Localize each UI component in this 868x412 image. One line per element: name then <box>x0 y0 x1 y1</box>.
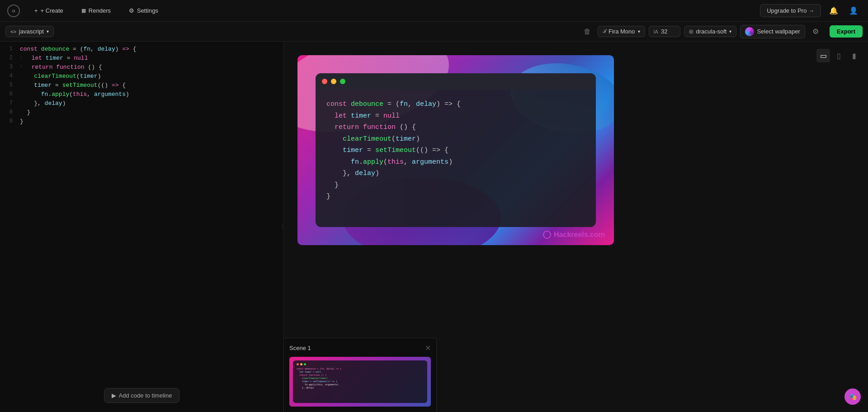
create-icon: + <box>34 7 38 14</box>
avatar-badge: 🎭 <box>844 388 861 405</box>
font-size-value: 32 <box>661 28 667 35</box>
mac-close-dot <box>322 79 327 84</box>
scene-close-button[interactable]: ✕ <box>425 344 431 352</box>
code-line-9: 9 } <box>0 118 283 127</box>
user-icon: 👤 <box>849 6 858 15</box>
wallpaper-button[interactable]: Select wallpaper <box>740 25 805 38</box>
mac-titlebar <box>316 73 596 90</box>
code-line-5: 5 timer = setTimeout(() => { <box>0 81 283 90</box>
mac-minimize-dot <box>331 79 336 84</box>
view-controls: ▭ ▯ ▮ <box>816 49 861 62</box>
code-line-3: 3 ↓ return function () { <box>0 63 283 72</box>
add-timeline-button[interactable]: ▶ Add code to timeline <box>104 388 180 403</box>
renders-button[interactable]: ▦ Renders <box>78 5 114 16</box>
theme-selector[interactable]: ◎ dracula-soft ▾ <box>684 26 737 37</box>
mac-window-preview: const debounce = (fn, delay) => { let ti… <box>316 73 596 227</box>
code-icon: <> <box>10 29 16 34</box>
font-size-label: IA <box>654 29 658 34</box>
main-content: 1 const debounce = (fn, delay) => { 2 ↓ … <box>0 42 868 412</box>
delete-button[interactable]: 🗑 <box>580 25 594 38</box>
thumb-dot-yellow <box>300 363 302 365</box>
user-profile-button[interactable]: 👤 <box>846 4 861 18</box>
upgrade-button[interactable]: Upgrade to Pro → <box>760 4 821 17</box>
tablet-view-button[interactable]: ▯ <box>832 49 845 62</box>
chevron-down-icon: ▾ <box>638 29 640 34</box>
code-editor[interactable]: 1 const debounce = (fn, delay) => { 2 ↓ … <box>0 42 284 412</box>
font-selector[interactable]: 𝒯 Fira Mono ▾ <box>598 26 645 37</box>
gear-icon: ⚙ <box>812 27 819 36</box>
watermark-icon <box>543 231 551 239</box>
thumb-window: const debounce = (fn, delay) => { let ti… <box>293 360 427 403</box>
timeline-icon: ▶ <box>112 392 116 399</box>
scene-title: Scene 1 <box>289 345 311 351</box>
code-line-7: 7 }, delay) <box>0 99 283 109</box>
code-line-1: 1 const debounce = (fn, delay) => { <box>0 45 283 54</box>
export-settings-button[interactable]: ⚙ <box>809 25 822 38</box>
export-button[interactable]: Export <box>830 25 863 38</box>
chevron-down-icon: ▾ <box>47 29 49 34</box>
mac-code-display: const debounce = (fn, delay) => { let ti… <box>316 90 596 212</box>
code-line-6: 6 fn.apply(this, arguments) <box>0 90 283 99</box>
settings-icon: ⚙ <box>129 7 134 14</box>
mac-maximize-dot <box>340 79 345 84</box>
theme-icon: ◎ <box>689 28 693 34</box>
desktop-icon: ▭ <box>820 52 827 60</box>
preview-frame: const debounce = (fn, delay) => { let ti… <box>297 55 614 245</box>
resize-handle[interactable]: ⋮ <box>280 218 283 236</box>
code-line-8: 8 } <box>0 109 283 118</box>
bell-icon: 🔔 <box>829 6 838 15</box>
renders-icon: ▦ <box>81 8 86 14</box>
scene-thumbnail: const debounce = (fn, delay) => { let ti… <box>289 357 431 407</box>
code-line-2: 2 ↓ let timer = null <box>0 54 283 63</box>
create-button[interactable]: + + Create <box>31 5 67 16</box>
nav-right: Upgrade to Pro → 🔔 👤 <box>760 4 861 18</box>
watermark: Hackreels.com <box>543 231 605 239</box>
code-line-4: 4 clearTimeout(timer) <box>0 72 283 81</box>
avatar-icon: 🎭 <box>849 393 857 400</box>
scenes-panel: Scene 1 ✕ const debounce = (fn, delay) =… <box>284 338 437 412</box>
wallpaper-icon <box>745 27 754 36</box>
font-icon: 𝒯 <box>603 28 606 34</box>
trash-icon: 🗑 <box>584 28 591 36</box>
font-size-control[interactable]: IA 32 <box>649 26 680 37</box>
desktop-view-button[interactable]: ▭ <box>816 49 830 62</box>
app-logo: ○ <box>7 5 20 17</box>
tablet-icon: ▯ <box>837 52 841 60</box>
language-selector[interactable]: <> javascript ▾ <box>5 26 54 37</box>
settings-button[interactable]: ⚙ Settings <box>125 5 162 16</box>
scene-header: Scene 1 ✕ <box>289 344 431 352</box>
toolbar: <> javascript ▾ 🗑 𝒯 Fira Mono ▾ IA 32 ◎ … <box>0 22 868 42</box>
thumb-dot-green <box>304 363 306 365</box>
top-nav: ○ + + Create ▦ Renders ⚙ Settings Upgrad… <box>0 0 868 22</box>
preview-area: ▭ ▯ ▮ const debounce <box>284 42 868 412</box>
chevron-down-icon: ▾ <box>729 29 731 34</box>
mobile-view-button[interactable]: ▮ <box>847 49 861 62</box>
mobile-icon: ▮ <box>852 52 856 60</box>
toolbar-right-controls: 𝒯 Fira Mono ▾ IA 32 ◎ dracula-soft ▾ Sel… <box>598 25 863 38</box>
notifications-button[interactable]: 🔔 <box>826 4 841 18</box>
thumb-dot-red <box>297 363 299 365</box>
